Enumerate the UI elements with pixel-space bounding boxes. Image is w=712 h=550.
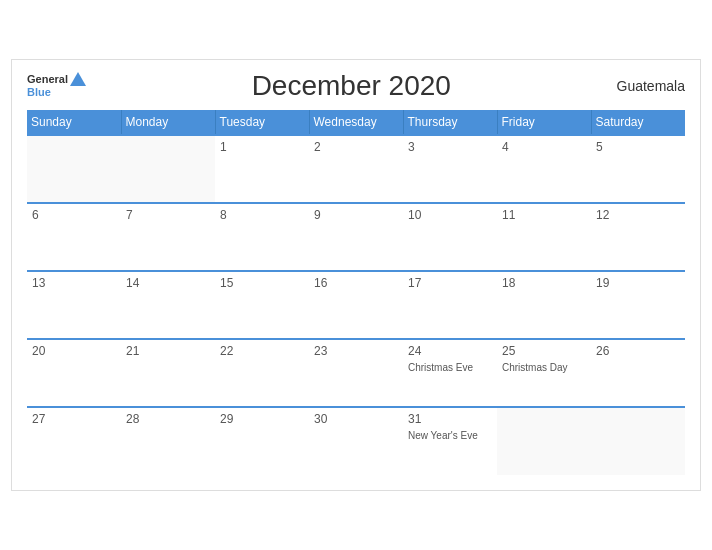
calendar-cell: 20 (27, 339, 121, 407)
day-number: 24 (408, 344, 492, 358)
day-number: 3 (408, 140, 492, 154)
day-number: 27 (32, 412, 116, 426)
week-row-2: 6789101112 (27, 203, 685, 271)
day-number: 15 (220, 276, 304, 290)
calendar-cell: 28 (121, 407, 215, 475)
calendar-cell: 4 (497, 135, 591, 203)
calendar-cell: 1 (215, 135, 309, 203)
day-number: 18 (502, 276, 586, 290)
day-number: 20 (32, 344, 116, 358)
day-number: 4 (502, 140, 586, 154)
calendar-cell: 2 (309, 135, 403, 203)
day-number: 1 (220, 140, 304, 154)
logo-general-text: General (27, 73, 68, 86)
day-number: 5 (596, 140, 680, 154)
calendar-cell: 12 (591, 203, 685, 271)
day-number: 10 (408, 208, 492, 222)
day-number: 30 (314, 412, 398, 426)
calendar-cell: 26 (591, 339, 685, 407)
day-number: 8 (220, 208, 304, 222)
calendar-table: SundayMondayTuesdayWednesdayThursdayFrid… (27, 110, 685, 475)
weekday-header-thursday: Thursday (403, 110, 497, 135)
weekday-header-wednesday: Wednesday (309, 110, 403, 135)
calendar-cell: 5 (591, 135, 685, 203)
day-number: 12 (596, 208, 680, 222)
calendar-cell: 29 (215, 407, 309, 475)
day-number: 7 (126, 208, 210, 222)
weekday-header-saturday: Saturday (591, 110, 685, 135)
calendar-cell: 21 (121, 339, 215, 407)
calendar-cell: 30 (309, 407, 403, 475)
day-number: 19 (596, 276, 680, 290)
day-number: 13 (32, 276, 116, 290)
month-title: December 2020 (252, 70, 451, 102)
calendar-cell: 9 (309, 203, 403, 271)
day-number: 26 (596, 344, 680, 358)
calendar-cell: 24Christmas Eve (403, 339, 497, 407)
day-number: 22 (220, 344, 304, 358)
logo-blue-text: Blue (27, 86, 86, 99)
day-number: 31 (408, 412, 492, 426)
calendar-cell: 3 (403, 135, 497, 203)
holiday-label: Christmas Eve (408, 362, 492, 373)
calendar-cell: 7 (121, 203, 215, 271)
calendar-cell: 25Christmas Day (497, 339, 591, 407)
day-number: 29 (220, 412, 304, 426)
day-number: 14 (126, 276, 210, 290)
calendar-header: General Blue December 2020 Guatemala (27, 70, 685, 102)
week-row-5: 2728293031New Year's Eve (27, 407, 685, 475)
calendar-cell: 6 (27, 203, 121, 271)
country-label: Guatemala (617, 78, 685, 94)
day-number: 11 (502, 208, 586, 222)
logo-triangle-icon (70, 72, 86, 86)
calendar-cell: 17 (403, 271, 497, 339)
calendar-cell: 23 (309, 339, 403, 407)
day-number: 16 (314, 276, 398, 290)
calendar-cell: 22 (215, 339, 309, 407)
day-number: 2 (314, 140, 398, 154)
calendar-cell: 13 (27, 271, 121, 339)
day-number: 9 (314, 208, 398, 222)
calendar-cell (27, 135, 121, 203)
week-row-4: 2021222324Christmas Eve25Christmas Day26 (27, 339, 685, 407)
calendar-cell (121, 135, 215, 203)
calendar-cell (497, 407, 591, 475)
weekday-header-sunday: Sunday (27, 110, 121, 135)
day-number: 28 (126, 412, 210, 426)
calendar-cell: 15 (215, 271, 309, 339)
week-row-1: 12345 (27, 135, 685, 203)
weekday-header-friday: Friday (497, 110, 591, 135)
calendar-cell: 10 (403, 203, 497, 271)
day-number: 23 (314, 344, 398, 358)
calendar-cell: 14 (121, 271, 215, 339)
calendar-cell: 8 (215, 203, 309, 271)
holiday-label: Christmas Day (502, 362, 586, 373)
calendar-cell: 31New Year's Eve (403, 407, 497, 475)
weekday-header-monday: Monday (121, 110, 215, 135)
calendar-container: General Blue December 2020 Guatemala Sun… (11, 59, 701, 491)
day-number: 17 (408, 276, 492, 290)
calendar-cell: 16 (309, 271, 403, 339)
weekday-header-tuesday: Tuesday (215, 110, 309, 135)
logo: General Blue (27, 72, 86, 99)
calendar-cell: 19 (591, 271, 685, 339)
calendar-cell (591, 407, 685, 475)
week-row-3: 13141516171819 (27, 271, 685, 339)
day-number: 21 (126, 344, 210, 358)
day-number: 25 (502, 344, 586, 358)
holiday-label: New Year's Eve (408, 430, 492, 441)
weekday-header-row: SundayMondayTuesdayWednesdayThursdayFrid… (27, 110, 685, 135)
calendar-cell: 18 (497, 271, 591, 339)
calendar-cell: 11 (497, 203, 591, 271)
day-number: 6 (32, 208, 116, 222)
calendar-cell: 27 (27, 407, 121, 475)
